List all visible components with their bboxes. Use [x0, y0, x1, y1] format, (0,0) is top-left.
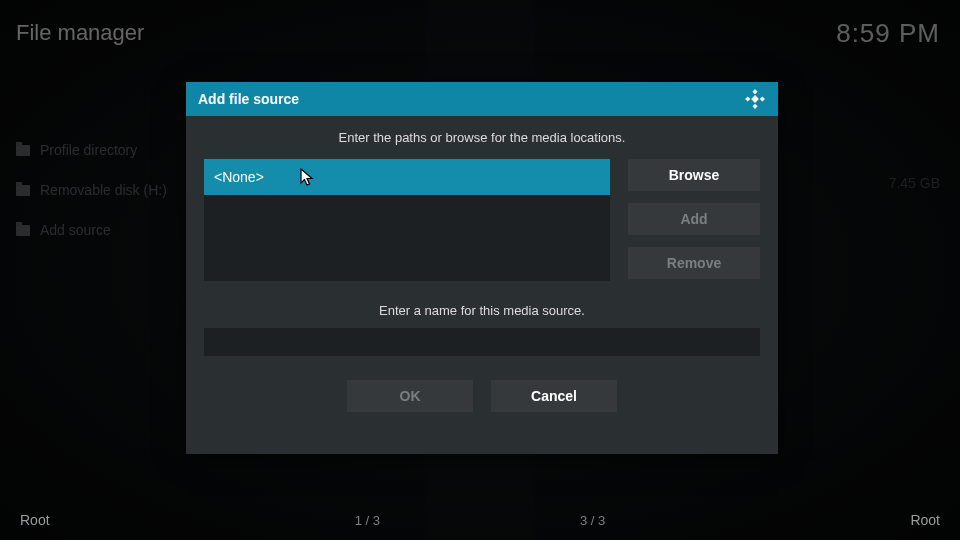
remove-button[interactable]: Remove: [628, 247, 760, 279]
footer-left-label: Root: [20, 512, 50, 528]
cancel-button[interactable]: Cancel: [491, 380, 617, 412]
cursor-icon: [300, 168, 316, 188]
svg-rect-1: [745, 96, 750, 101]
right-count: 3 / 3: [580, 513, 605, 528]
svg-rect-2: [760, 96, 765, 101]
footer-right-label: Root: [910, 512, 940, 528]
ok-button[interactable]: OK: [347, 380, 473, 412]
paths-instruction: Enter the paths or browse for the media …: [204, 130, 760, 145]
kodi-logo-icon: [744, 88, 766, 110]
paths-list: <None>: [204, 159, 610, 281]
svg-rect-3: [751, 95, 759, 103]
svg-rect-4: [752, 104, 757, 109]
add-file-source-dialog: Add file source Enter the paths or brows…: [186, 82, 778, 454]
add-button[interactable]: Add: [628, 203, 760, 235]
dialog-header: Add file source: [186, 82, 778, 116]
path-value: <None>: [214, 169, 264, 185]
name-instruction: Enter a name for this media source.: [204, 303, 760, 318]
svg-rect-0: [752, 89, 757, 94]
footer: 1 / 3 3 / 3 Root Root: [0, 512, 960, 528]
browse-button[interactable]: Browse: [628, 159, 760, 191]
dialog-title: Add file source: [198, 91, 299, 107]
path-input[interactable]: <None>: [204, 159, 610, 195]
source-name-input[interactable]: [204, 328, 760, 356]
left-count: 1 / 3: [355, 513, 380, 528]
